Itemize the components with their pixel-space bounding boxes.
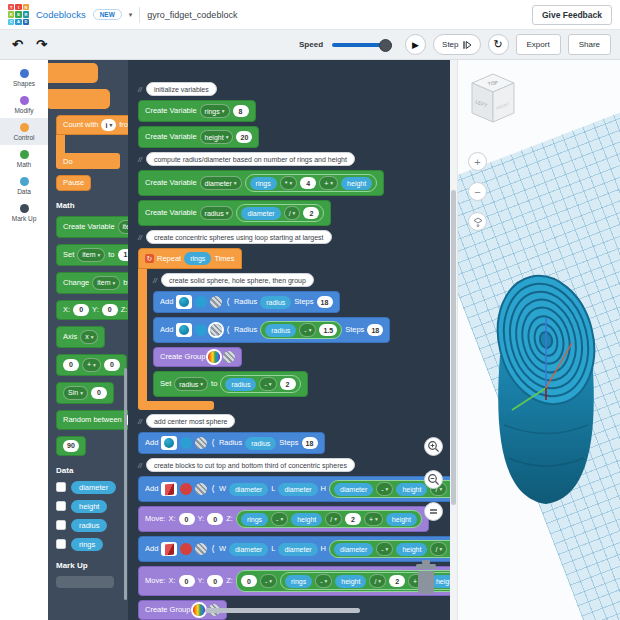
operator-dropdown[interactable]: /▾ <box>430 542 447 556</box>
variable-chip[interactable]: height <box>291 513 322 526</box>
partial-block[interactable] <box>48 63 98 83</box>
variable-chip[interactable]: diameter <box>241 207 280 220</box>
comment-text[interactable]: compute radius/diameter based on number … <box>146 152 355 166</box>
canvas-vscrollbar-thumb[interactable] <box>451 190 456 505</box>
dropdown[interactable]: item▾ <box>77 248 105 262</box>
expression[interactable]: diameter/▾2 <box>236 204 324 222</box>
hole-icon[interactable] <box>223 351 235 363</box>
dropdown[interactable]: diameter▾ <box>200 176 242 190</box>
shape-icon-sphere[interactable] <box>176 295 192 309</box>
variable-chip[interactable]: diameter <box>229 543 268 556</box>
dropdown[interactable]: rings▾ <box>200 104 230 118</box>
value-input[interactable]: 90 <box>63 440 79 452</box>
value-input[interactable]: 0 <box>207 575 223 587</box>
value-input[interactable]: 2 <box>389 575 405 587</box>
value-input[interactable]: 0 <box>207 513 223 525</box>
checkbox[interactable] <box>56 501 66 511</box>
variable-chip[interactable]: diameter <box>71 481 116 494</box>
operator-dropdown[interactable]: /▾ <box>284 206 301 220</box>
variable-chip[interactable]: rings <box>241 513 268 526</box>
version-dropdown-caret-icon[interactable]: ▾ <box>129 11 133 19</box>
undo-button[interactable]: ↶ <box>9 38 26 51</box>
shape-icon-box[interactable] <box>161 482 177 496</box>
value-input[interactable]: 8 <box>233 105 249 117</box>
checkbox[interactable] <box>56 539 66 549</box>
value-input[interactable]: 0 <box>104 359 120 371</box>
speed-slider[interactable] <box>332 43 392 47</box>
shape-icon-sphere[interactable] <box>161 436 177 450</box>
code-block[interactable]: Random between0and10 <box>56 410 128 430</box>
gyro-fidget-model[interactable] <box>478 240 618 530</box>
variable-chip[interactable]: diameter <box>334 543 373 556</box>
operator-dropdown[interactable]: *▾ <box>280 176 298 190</box>
code-block[interactable]: Add⟨WdiameterLdiameterHdiameter-▾height/… <box>138 476 450 502</box>
speed-slider-knob[interactable] <box>379 39 392 52</box>
group-color-icon[interactable] <box>208 351 220 363</box>
group-color-icon[interactable] <box>193 604 205 616</box>
code-block[interactable]: Axisx▾ <box>56 326 105 348</box>
dropdown[interactable]: Sin▾ <box>63 386 88 400</box>
canvas-hscrollbar[interactable] <box>205 608 360 613</box>
dropdown[interactable]: i▾ <box>101 119 116 131</box>
code-block[interactable]: Create Group <box>153 347 242 367</box>
solid-color-icon[interactable] <box>195 324 207 336</box>
sidebar-item-data[interactable]: Data <box>0 172 48 199</box>
sidebar-item-shapes[interactable]: Shapes <box>0 64 48 91</box>
operator-dropdown[interactable]: /▾ <box>325 512 342 526</box>
viewport-zoom-in-button[interactable]: + <box>468 152 487 171</box>
variable-chip[interactable]: height <box>71 500 107 513</box>
view-cube[interactable]: TOP LEFT FRONT <box>466 70 520 132</box>
operator-dropdown[interactable]: -▾ <box>260 574 277 588</box>
share-button[interactable]: Share <box>568 34 611 55</box>
value-input[interactable]: 0 <box>102 304 118 316</box>
viewport-home-view-button[interactable] <box>468 212 487 231</box>
hole-icon[interactable] <box>210 324 222 336</box>
comment-text[interactable]: add center most sphere <box>146 414 236 428</box>
dropdown[interactable]: radius▾ <box>174 377 208 391</box>
collapse-icon[interactable]: ⟨ <box>226 297 230 307</box>
collapse-icon[interactable]: ⟨ <box>211 484 215 494</box>
comment-block[interactable]: //compute radius/diameter based on numbe… <box>138 152 355 166</box>
sidebar-item-mark-up[interactable]: Mark Up <box>0 199 48 226</box>
variable-chip[interactable]: diameter <box>278 483 317 496</box>
variable-chip[interactable]: height <box>335 575 366 588</box>
hole-icon[interactable] <box>195 437 207 449</box>
document-title[interactable]: gyro_fidget_codeblock <box>147 10 237 20</box>
value-input[interactable]: 18 <box>317 296 333 308</box>
export-button[interactable]: Export <box>516 34 561 55</box>
value-input[interactable]: 0 <box>63 359 79 371</box>
comment-text[interactable]: create blocks to cut top and bottom thir… <box>146 458 355 472</box>
dropdown[interactable]: item▾ <box>118 220 128 234</box>
shape-icon-sphere[interactable] <box>176 323 192 337</box>
collapse-icon[interactable]: ⟨ <box>226 325 230 335</box>
value-input[interactable]: 1 <box>118 249 128 261</box>
code-block[interactable]: Add⟨Radiusradius-▾1.5Steps18 <box>153 317 390 343</box>
collapse-icon[interactable]: ⟨ <box>211 438 215 448</box>
code-block[interactable]: 90 <box>56 436 86 456</box>
expression[interactable]: rings-▾height/▾2+▾height <box>236 510 422 528</box>
dropdown[interactable]: item▾ <box>92 276 120 290</box>
code-block[interactable]: X:0Y:0Z:0 <box>56 300 128 320</box>
feedback-button[interactable]: Give Feedback <box>532 5 612 25</box>
hole-icon[interactable] <box>210 296 222 308</box>
variable-chip[interactable]: diameter <box>229 483 268 496</box>
repeat-loop-block[interactable]: ↻RepeatringsTimes//create solid sphere, … <box>138 248 390 410</box>
code-block[interactable]: ↻RepeatringsTimes <box>138 248 242 269</box>
comment-block[interactable]: //create blocks to cut top and bottom th… <box>138 458 355 472</box>
collapse-icon[interactable]: ⟨ <box>211 544 215 554</box>
solid-color-icon[interactable] <box>180 543 192 555</box>
variable-chip[interactable]: rings <box>184 252 211 265</box>
viewport-3d[interactable]: TOP LEFT FRONT + − <box>457 60 620 620</box>
redo-button[interactable]: ↷ <box>33 38 50 51</box>
loop-block[interactable]: Count withi▾from1to10Do <box>56 115 128 169</box>
expression[interactable]: diameter-▾height/▾2 <box>329 540 450 558</box>
variable-chip[interactable]: diameter <box>334 483 373 496</box>
checkbox[interactable] <box>56 520 66 530</box>
code-block[interactable]: Pause <box>56 175 91 191</box>
operator-dropdown[interactable]: /▾ <box>369 574 386 588</box>
operator-dropdown[interactable]: -▾ <box>299 323 316 337</box>
comment-text[interactable]: initialize variables <box>146 82 217 96</box>
variable-chip[interactable]: rings <box>285 575 312 588</box>
hole-icon[interactable] <box>195 543 207 555</box>
variable-chip[interactable]: height <box>341 177 372 190</box>
